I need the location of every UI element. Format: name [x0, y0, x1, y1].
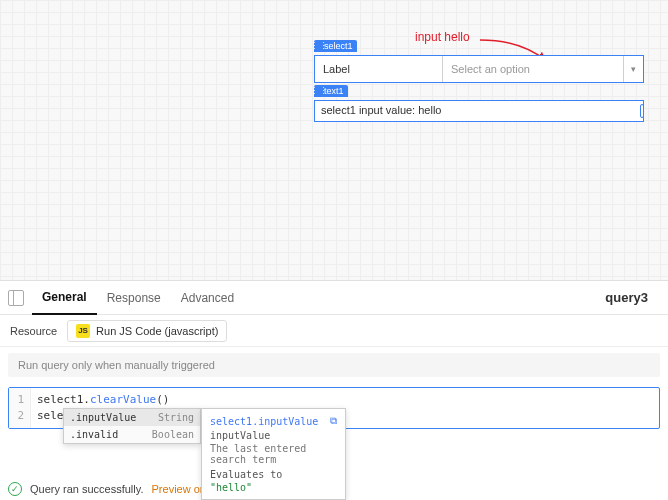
- component-tag-select1[interactable]: ⋮⋮ select1: [314, 40, 357, 52]
- sidebar-toggle-icon[interactable]: [8, 290, 24, 306]
- select1-input[interactable]: Select an option: [443, 56, 623, 82]
- chevron-down-icon[interactable]: ▾: [623, 56, 643, 82]
- autocomplete-item[interactable]: .inputValue String: [64, 409, 200, 426]
- component-tag-text1[interactable]: ⋮⋮ text1: [314, 85, 348, 97]
- drag-handle-icon: ⋮⋮: [316, 43, 322, 49]
- code-editor[interactable]: 12 select1.clearValue() select1.in .inpu…: [8, 387, 660, 429]
- gutter: 12: [9, 388, 31, 428]
- text1-content: select1 input value: hello: [321, 104, 441, 116]
- resource-label: Resource: [10, 325, 57, 337]
- tab-response[interactable]: Response: [97, 281, 171, 315]
- resource-selector[interactable]: JS Run JS Code (javascript): [67, 320, 227, 342]
- drag-handle-icon: ⋮⋮: [316, 88, 322, 94]
- trigger-note: Run query only when manually triggered: [8, 353, 660, 377]
- autocomplete-item[interactable]: .invalid Boolean: [64, 426, 200, 443]
- doc-popover: select1.inputValue ⧉ inputValue The last…: [201, 408, 346, 500]
- doc-title: select1.inputValue: [210, 416, 318, 427]
- check-icon: ✓: [8, 482, 22, 496]
- component-tag-label: select1: [324, 41, 353, 51]
- autocomplete-type: String: [158, 412, 194, 423]
- status-message: Query ran successfully.: [30, 483, 144, 495]
- select1-component[interactable]: ⋮⋮ select1 Label Select an option ▾: [314, 55, 644, 83]
- resource-row: Resource JS Run JS Code (javascript): [0, 315, 668, 347]
- autocomplete-name: .invalid: [70, 429, 118, 440]
- js-icon: JS: [76, 324, 90, 338]
- annotation-text: input hello: [415, 30, 470, 44]
- doc-description: The last entered search term: [210, 443, 337, 465]
- autocomplete-type: Boolean: [152, 429, 194, 440]
- autocomplete-name: .inputValue: [70, 412, 136, 423]
- query-panel: General Response Advanced query3 Resourc…: [0, 280, 668, 500]
- resource-name: Run JS Code (javascript): [96, 325, 218, 337]
- tab-general[interactable]: General: [32, 281, 97, 315]
- query-title[interactable]: query3: [605, 290, 660, 305]
- autocomplete-popover[interactable]: .inputValue String .invalid Boolean: [63, 408, 201, 444]
- doc-type: inputValue: [210, 430, 337, 441]
- canvas-area[interactable]: input hello ⋮⋮ select1 Label Select an o…: [0, 0, 668, 280]
- panel-tabs: General Response Advanced query3: [0, 281, 668, 315]
- doc-eval-label: Evaluates to: [210, 469, 337, 480]
- doc-eval-value: "hello": [210, 482, 337, 493]
- select1-label: Label: [315, 56, 443, 82]
- copy-icon[interactable]: ⧉: [330, 415, 337, 427]
- text1-component[interactable]: ⋮⋮ text1 select1 input value: hello: [314, 100, 644, 122]
- tab-advanced[interactable]: Advanced: [171, 281, 244, 315]
- resize-handle[interactable]: [640, 104, 644, 118]
